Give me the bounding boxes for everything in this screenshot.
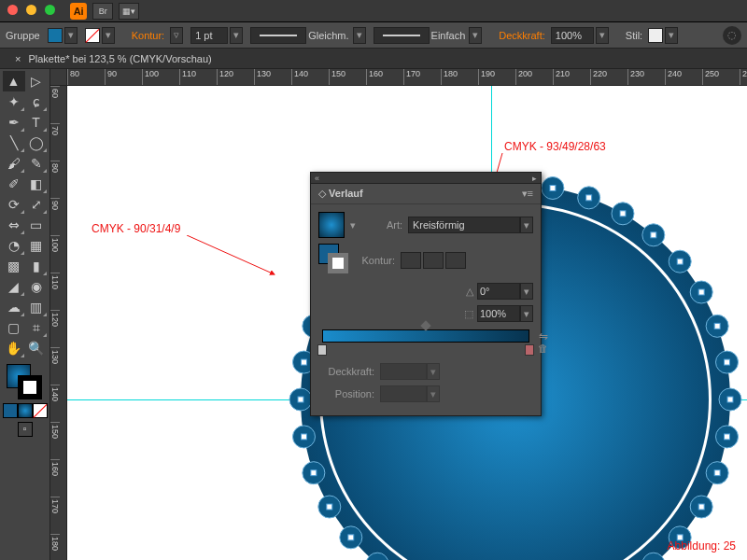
svg-line-72 xyxy=(187,235,275,274)
screen-mode-button[interactable]: ▫ xyxy=(18,422,33,437)
panel-header[interactable]: « ▸ xyxy=(311,173,541,184)
document-title: Plakette* bei 123,5 % (CMYK/Vorschau) xyxy=(28,53,211,64)
aspect-icon: ⬚ xyxy=(464,308,473,320)
panel-collapse-icon[interactable]: « xyxy=(315,174,319,183)
pencil-tool[interactable]: ✎ xyxy=(25,153,48,174)
document-tab[interactable]: × Plakette* bei 123,5 % (CMYK/Vorschau) xyxy=(0,49,747,69)
gradient-slider[interactable]: ⇋ 🗑 xyxy=(322,329,529,350)
color-mode-button[interactable] xyxy=(3,403,18,418)
none-mode-button[interactable] xyxy=(33,403,48,418)
slice-tool[interactable]: ⌗ xyxy=(25,317,48,338)
stop-opacity-dropdown: ▾ xyxy=(427,363,440,380)
rotate-tool[interactable]: ⟳ xyxy=(3,194,25,215)
paintbrush-tool[interactable]: 🖌 xyxy=(3,153,25,174)
symbol-sprayer-tool[interactable]: ☁ xyxy=(3,297,25,317)
brush-dropdown[interactable]: ▾ xyxy=(469,27,482,44)
graphic-style-swatch[interactable] xyxy=(648,28,663,43)
panel-menu-icon[interactable]: ▾≡ xyxy=(522,188,533,200)
eraser-tool[interactable]: ◧ xyxy=(25,174,48,194)
stroke-weight-dropdown[interactable]: ▾ xyxy=(230,27,243,44)
stroke-gradient-label: Kontur: xyxy=(358,255,395,266)
scale-tool[interactable]: ⤢ xyxy=(25,194,48,215)
column-graph-tool[interactable]: ▥ xyxy=(25,297,48,317)
annotation-left: CMYK - 90/31/4/9 xyxy=(92,222,180,235)
gradient-preview-swatch[interactable] xyxy=(318,212,345,238)
macos-titlebar: Ai Br ▦▾ xyxy=(0,0,747,22)
variable-width-profile[interactable] xyxy=(250,27,306,44)
style-label: Stil: xyxy=(626,30,642,41)
stroke-weight-input[interactable] xyxy=(190,27,228,44)
opacity-dropdown[interactable]: ▾ xyxy=(596,27,609,44)
close-tab-icon[interactable]: × xyxy=(15,53,21,64)
mesh-tool[interactable]: ▩ xyxy=(3,256,25,276)
fill-stroke-indicator[interactable] xyxy=(7,364,44,401)
window-close-button[interactable] xyxy=(7,5,18,15)
free-transform-tool[interactable]: ▭ xyxy=(25,215,48,235)
window-minimize-button[interactable] xyxy=(26,5,36,15)
shape-builder-tool[interactable]: ◔ xyxy=(3,235,25,256)
zoom-tool[interactable]: 🔍 xyxy=(25,338,48,358)
opacity-input[interactable] xyxy=(551,27,594,44)
gradient-bar[interactable] xyxy=(322,329,529,343)
reverse-gradient-icon[interactable]: ⇋ xyxy=(539,329,548,343)
brush-label: Einfach xyxy=(431,30,466,41)
gradient-type-dropdown[interactable]: ▾ xyxy=(520,217,533,233)
arrange-documents-button[interactable]: ▦▾ xyxy=(119,3,139,20)
gradient-type-select[interactable]: Kreisförmig xyxy=(408,217,520,233)
opacity-label[interactable]: Deckkraft: xyxy=(499,30,545,41)
hand-tool[interactable]: ✋ xyxy=(3,338,25,358)
gradient-stop-end[interactable] xyxy=(525,344,534,356)
stroke-step[interactable]: ▿ xyxy=(170,27,183,44)
bridge-button[interactable]: Br xyxy=(92,3,113,20)
vertical-ruler[interactable]: 60708090100110120130140150160170180190 xyxy=(50,86,67,560)
fill-dropdown[interactable]: ▾ xyxy=(64,27,78,44)
window-zoom-button[interactable] xyxy=(45,5,55,15)
rectangle-tool[interactable]: ◯ xyxy=(25,133,48,153)
angle-icon: △ xyxy=(466,286,473,298)
figure-caption: Abbildung: 25 xyxy=(668,539,736,553)
gradient-mode-button[interactable] xyxy=(18,403,33,418)
profile-dropdown[interactable]: ▾ xyxy=(353,27,366,44)
aspect-dropdown[interactable]: ▾ xyxy=(520,305,533,322)
panel-fill-stroke-swap[interactable] xyxy=(318,244,352,277)
gradient-panel[interactable]: « ▸ ◇ Verlauf ▾≡ ▾ Art: Kreisförmig ▾ Ko… xyxy=(310,172,542,416)
delete-stop-icon[interactable]: 🗑 xyxy=(538,343,548,354)
sync-icon[interactable]: ◌ xyxy=(723,26,741,45)
ruler-origin[interactable] xyxy=(50,69,67,86)
magic-wand-tool[interactable]: ✦ xyxy=(3,91,25,112)
gradient-stop-start[interactable] xyxy=(317,344,327,356)
stroke-label[interactable]: Kontur: xyxy=(132,30,164,41)
profile-label: Gleichm. xyxy=(308,30,348,41)
selection-tool[interactable]: ▲ xyxy=(3,71,25,91)
gradient-tool[interactable]: ▮ xyxy=(25,256,48,276)
fill-swatch[interactable] xyxy=(48,28,63,43)
stroke-gradient-along[interactable] xyxy=(423,252,444,269)
stop-position-dropdown: ▾ xyxy=(427,385,440,402)
illustrator-icon: Ai xyxy=(70,3,87,20)
brush-definition[interactable] xyxy=(374,27,430,44)
angle-input[interactable] xyxy=(477,283,520,300)
direct-selection-tool[interactable]: ▷ xyxy=(25,71,48,91)
panel-title: ◇ Verlauf xyxy=(318,188,363,200)
stroke-swatch[interactable] xyxy=(85,28,100,43)
panel-close-icon[interactable]: ▸ xyxy=(532,174,537,183)
blob-brush-tool[interactable]: ✐ xyxy=(3,174,25,194)
style-dropdown[interactable]: ▾ xyxy=(665,27,678,44)
stroke-dropdown[interactable]: ▾ xyxy=(102,27,115,44)
pen-tool[interactable]: ✒ xyxy=(3,112,25,133)
aspect-input[interactable] xyxy=(477,305,520,322)
stop-opacity-input xyxy=(380,363,427,380)
eyedropper-tool[interactable]: ◢ xyxy=(3,276,25,297)
artboard-tool[interactable]: ▢ xyxy=(3,317,25,338)
horizontal-ruler[interactable]: 8090100110120130140150160170180190200210… xyxy=(67,69,747,86)
stroke-gradient-within[interactable] xyxy=(401,252,421,269)
control-bar: Gruppe ▾ ▾ Kontur: ▿ ▾ Gleichm. ▾ Einfac… xyxy=(0,22,747,49)
lasso-tool[interactable]: ɕ xyxy=(25,91,48,112)
stroke-gradient-across[interactable] xyxy=(445,252,466,269)
angle-dropdown[interactable]: ▾ xyxy=(520,283,533,300)
blend-tool[interactable]: ◉ xyxy=(25,276,48,297)
perspective-grid-tool[interactable]: ▦ xyxy=(25,235,48,256)
width-tool[interactable]: ⇔ xyxy=(3,215,25,235)
type-tool[interactable]: T xyxy=(25,112,48,133)
line-tool[interactable]: ╲ xyxy=(3,133,25,153)
